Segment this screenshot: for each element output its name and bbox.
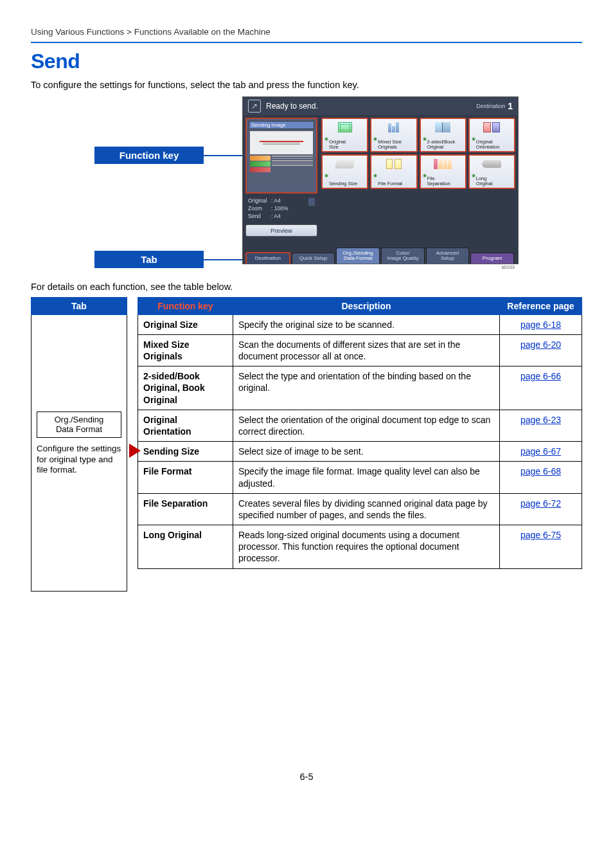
reference-link[interactable]: page 6-23 bbox=[520, 415, 561, 425]
reference-link[interactable]: page 6-18 bbox=[520, 320, 561, 330]
destination-label: Destination bbox=[476, 103, 505, 109]
cell-description: Select the orientation of the original d… bbox=[233, 410, 500, 441]
panel-status: Ready to send. bbox=[266, 102, 476, 111]
status-dot-icon: ◉ bbox=[472, 173, 475, 178]
cell-reference: page 6-18 bbox=[500, 314, 582, 334]
fn-label: LongOriginal bbox=[476, 176, 513, 186]
fn-icon bbox=[324, 120, 365, 135]
tab-description: Configure the settings for original type… bbox=[37, 444, 121, 476]
tab-box-line1: Org./Sending bbox=[41, 415, 117, 425]
tab-box-line2: Data Format bbox=[41, 424, 117, 435]
status-dot-icon: ◉ bbox=[324, 173, 328, 178]
fn-key-7[interactable]: ◉LongOriginal bbox=[468, 154, 515, 189]
cell-description: Reads long-sized original documents usin… bbox=[233, 525, 500, 569]
fn-icon bbox=[373, 120, 414, 135]
cell-description: Select size of image to be sent. bbox=[233, 442, 500, 462]
cell-function-key: Original Orientation bbox=[138, 410, 233, 441]
callout-line bbox=[204, 259, 242, 260]
send-icon: ↗ bbox=[248, 100, 261, 113]
preview-thumbnail bbox=[250, 131, 313, 154]
fn-key-4[interactable]: ◉Sending Size bbox=[321, 154, 368, 189]
th-description: Description bbox=[233, 297, 500, 314]
status-dot-icon: ◉ bbox=[373, 136, 377, 141]
fn-icon bbox=[472, 156, 512, 172]
fn-icon bbox=[373, 156, 414, 172]
th-reference: Reference page bbox=[500, 297, 582, 314]
sending-image-label: Sending Image bbox=[249, 121, 314, 129]
callout-line bbox=[204, 155, 242, 156]
cell-reference: page 6-23 bbox=[500, 410, 582, 441]
function-table: Function key Description Reference page … bbox=[138, 297, 582, 569]
divider bbox=[31, 42, 582, 43]
cell-description: Specify the image file format. Image qua… bbox=[233, 462, 500, 493]
fn-key-1[interactable]: ◉Mixed SizeOriginals bbox=[370, 118, 417, 152]
cell-description: Creates several files by dividing scanne… bbox=[233, 493, 500, 525]
arrow-right-icon bbox=[129, 444, 141, 458]
tab-box: Org./Sending Data Format bbox=[37, 411, 121, 438]
panel-tab-3[interactable]: Color/Image Quality bbox=[381, 248, 425, 264]
rotate-icon bbox=[308, 198, 315, 206]
cell-description: Specify the original size to be scanned. bbox=[233, 314, 500, 334]
panel-tab-0[interactable]: Destination bbox=[245, 252, 290, 263]
screenshot-figure: Function key Tab ↗ Ready to send. Destin… bbox=[31, 96, 582, 270]
fn-label: Sending Size bbox=[329, 181, 366, 186]
reference-link[interactable]: page 6-75 bbox=[520, 530, 561, 540]
tab-column-header: Tab bbox=[31, 297, 127, 315]
reference-link[interactable]: page 6-67 bbox=[520, 446, 561, 457]
panel-tab-2[interactable]: Org./SendingData Format bbox=[336, 248, 380, 264]
panel-tab-5[interactable]: Program bbox=[470, 253, 514, 263]
fn-icon bbox=[423, 156, 463, 172]
meta-block: Original: A4 Zoom: 100% Send: A4 bbox=[245, 196, 317, 222]
cell-function-key: File Format bbox=[138, 462, 233, 493]
cell-reference: page 6-66 bbox=[500, 366, 582, 410]
cell-function-key: Original Size bbox=[138, 314, 233, 334]
fn-label: OriginalOrientation bbox=[476, 140, 513, 150]
table-row: File SeparationCreates several files by … bbox=[138, 493, 582, 525]
cell-function-key: Long Original bbox=[138, 525, 233, 569]
cell-reference: page 6-72 bbox=[500, 493, 582, 525]
table-row: File FormatSpecify the image file format… bbox=[138, 462, 582, 493]
fn-icon bbox=[472, 120, 512, 135]
reference-link[interactable]: page 6-20 bbox=[520, 339, 561, 350]
reference-link[interactable]: page 6-72 bbox=[520, 498, 561, 509]
send-panel-screenshot: ↗ Ready to send. Destination 1 Sending I… bbox=[242, 96, 519, 264]
fn-label: Mixed SizeOriginals bbox=[378, 140, 414, 150]
intro-text: To configure the settings for functions,… bbox=[31, 80, 582, 90]
fn-key-2[interactable]: ◉2-sided/BookOriginal bbox=[420, 118, 466, 152]
fn-icon bbox=[324, 156, 365, 172]
page-number: 6-5 bbox=[31, 772, 582, 801]
cell-function-key: 2-sided/Book Original, Book Original bbox=[138, 366, 233, 410]
fn-key-0[interactable]: ◉OriginalSize bbox=[321, 118, 368, 152]
panel-tab-1[interactable]: Quick Setup bbox=[292, 253, 335, 263]
fn-key-6[interactable]: ◉FileSeparation bbox=[420, 154, 466, 189]
cell-function-key: Sending Size bbox=[138, 442, 233, 462]
reference-link[interactable]: page 6-66 bbox=[520, 371, 561, 381]
callout-function-key: Function key bbox=[94, 147, 204, 164]
panel-tab-4[interactable]: AdvancedSetup bbox=[426, 248, 470, 264]
status-dot-icon: ◉ bbox=[423, 136, 427, 141]
cell-description: Scan the documents of different sizes th… bbox=[233, 334, 500, 366]
table-row: Sending SizeSelect size of image to be s… bbox=[138, 442, 582, 462]
status-dot-icon: ◉ bbox=[373, 173, 377, 178]
breadcrumb: Using Various Functions > Functions Avai… bbox=[31, 27, 582, 41]
status-dot-icon: ◉ bbox=[324, 136, 328, 141]
table-row: Original SizeSpecify the original size t… bbox=[138, 314, 582, 334]
fn-key-5[interactable]: ◉File Format bbox=[370, 154, 417, 189]
preview-button[interactable]: Preview bbox=[245, 224, 317, 237]
fn-label: FileSeparation bbox=[427, 176, 464, 186]
table-row: Mixed Size OriginalsScan the documents o… bbox=[138, 334, 582, 366]
cell-reference: page 6-75 bbox=[500, 525, 582, 569]
cell-function-key: Mixed Size Originals bbox=[138, 334, 233, 366]
fn-label: OriginalSize bbox=[329, 140, 366, 150]
reference-link[interactable]: page 6-68 bbox=[520, 466, 561, 476]
status-dot-icon: ◉ bbox=[423, 173, 427, 178]
callout-tab: Tab bbox=[94, 251, 204, 268]
page-title: Send bbox=[31, 50, 582, 73]
cell-reference: page 6-67 bbox=[500, 442, 582, 462]
cell-description: Select the type and orientation of the b… bbox=[233, 366, 500, 410]
cell-function-key: File Separation bbox=[138, 493, 233, 525]
figure-code: s0103 bbox=[242, 264, 519, 270]
cell-reference: page 6-20 bbox=[500, 334, 582, 366]
fn-key-3[interactable]: ◉OriginalOrientation bbox=[468, 118, 515, 152]
th-function-key: Function key bbox=[138, 297, 233, 314]
